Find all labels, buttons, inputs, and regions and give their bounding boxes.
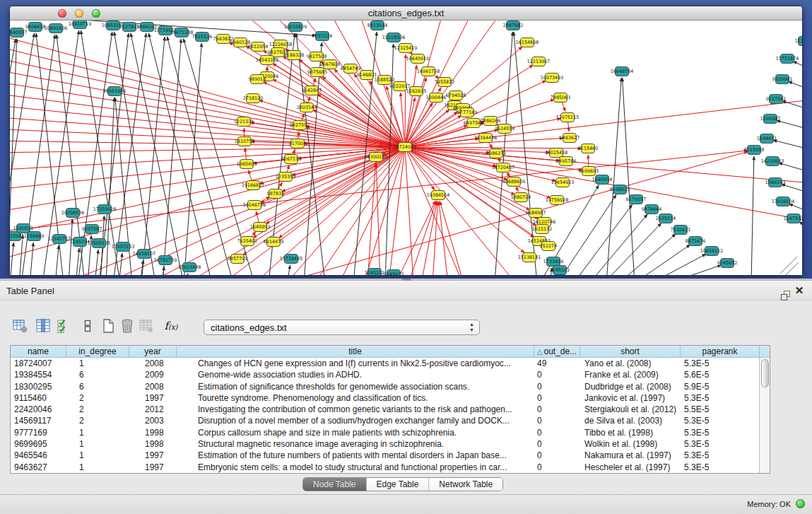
tab-network-table[interactable]: Network Table xyxy=(429,478,502,491)
column-header-title[interactable]: title xyxy=(177,346,534,358)
graph-node-8215958[interactable]: 8215958 xyxy=(744,146,764,155)
graph-node-1540557[interactable]: 1540557 xyxy=(10,28,27,37)
graph-node-2935114[interactable]: 2935114 xyxy=(656,214,676,223)
table-settings-icon[interactable] xyxy=(12,317,29,334)
graph-node-2718120[interactable]: 2718120 xyxy=(243,94,263,103)
graph-node-9857791[interactable]: 9857791 xyxy=(228,255,247,264)
graph-node-16671388[interactable]: 16671388 xyxy=(170,28,194,37)
graph-node-16782759[interactable]: 16782759 xyxy=(154,256,177,265)
graph-node-16033809[interactable]: 16033809 xyxy=(284,23,307,32)
graph-node-18640910[interactable]: 18640910 xyxy=(406,54,430,64)
graph-node-18819719[interactable]: 18819719 xyxy=(69,21,92,29)
float-panel-icon[interactable] xyxy=(774,284,788,297)
graph-node-7955812[interactable]: 7955812 xyxy=(435,78,454,87)
column-header-short[interactable]: short xyxy=(580,346,681,358)
graph-node-1167531[interactable]: 1167531 xyxy=(784,214,802,223)
graph-node-16210643[interactable]: 16210643 xyxy=(761,157,784,166)
table-row[interactable]: 911546021997Tourette syndrome. Phenomeno… xyxy=(11,392,760,404)
row-select-icon[interactable] xyxy=(55,317,72,334)
graph-node-7986372[interactable]: 7986372 xyxy=(486,149,506,158)
graph-node-9684087[interactable]: 9684087 xyxy=(526,209,546,218)
graph-node-10973493[interactable]: 10973493 xyxy=(541,74,564,83)
table-row[interactable]: 2242004622012Investigating the contribut… xyxy=(11,404,760,415)
graph-node-12325419[interactable]: 12325419 xyxy=(394,44,418,53)
graph-node-1733426[interactable]: 1733426 xyxy=(543,257,563,267)
graph-node-9495786[interactable]: 9495786 xyxy=(556,157,576,166)
graph-node-9115460[interactable]: 9115460 xyxy=(578,144,598,153)
graph-node-12923448[interactable]: 12923448 xyxy=(178,263,201,272)
stacked-rows-icon[interactable] xyxy=(79,317,96,334)
table-row[interactable]: 1830029562008Estimation of significance … xyxy=(11,381,760,392)
graph-node-1235359[interactable]: 1235359 xyxy=(276,173,295,182)
graph-node-1244411[interactable]: 1244411 xyxy=(757,134,777,144)
graph-node-16154808[interactable]: 16154808 xyxy=(516,38,539,47)
function-builder-icon[interactable]: f(x) xyxy=(160,317,182,334)
graph-node-7625402[interactable]: 7625402 xyxy=(237,237,257,246)
column-header-in_degree[interactable]: in_degree xyxy=(66,346,129,358)
table-row[interactable]: 946554611997Estimation of the future num… xyxy=(11,450,760,461)
graph-node-15138141[interactable]: 15138141 xyxy=(518,253,541,262)
graph-node-8267110[interactable]: 8267110 xyxy=(281,155,301,164)
graph-node-9699695[interactable]: 9699695 xyxy=(579,167,599,176)
graph-node-1880724[interactable]: 1880724 xyxy=(511,193,531,202)
graph-node-15716485[interactable]: 15716485 xyxy=(280,255,303,264)
graph-node-9329961[interactable]: 9329961 xyxy=(772,75,792,84)
graph-node-9474444[interactable]: 9474444 xyxy=(642,205,661,214)
graph-node-1112860[interactable]: 1112860 xyxy=(795,37,802,46)
graph-node-17359928[interactable]: 17359928 xyxy=(93,205,117,214)
graph-node-1615132[interactable]: 1615132 xyxy=(532,225,552,234)
graph-node-1965495[interactable]: 1965495 xyxy=(237,160,257,169)
graph-node-9242845[interactable]: 9242845 xyxy=(302,86,322,95)
graph-node-19218506[interactable]: 19218506 xyxy=(382,33,406,42)
graph-node-3624554[interactable]: 3624554 xyxy=(495,124,514,134)
graph-node-7857224[interactable]: 7857224 xyxy=(312,32,332,41)
graph-node-8471676[interactable]: 8471676 xyxy=(686,237,705,246)
column-header-pagerank[interactable]: pagerank xyxy=(681,346,760,358)
table-row[interactable]: 1872400712008Changes of HCN gene express… xyxy=(11,358,760,369)
delete-table-icon[interactable] xyxy=(119,317,136,334)
graph-node-12342757[interactable]: 12342757 xyxy=(48,235,71,244)
graph-node-1245102[interactable]: 1245102 xyxy=(550,266,570,275)
graph-node-8912954[interactable]: 8912954 xyxy=(248,42,268,52)
graph-node-989013[interactable]: 989013 xyxy=(249,75,266,84)
graph-node-9245613[interactable]: 9245613 xyxy=(384,270,404,276)
graph-node-20364456[interactable]: 20364456 xyxy=(474,134,498,143)
graph-nodes[interactable]: 1540557940641820891406188197191065328715… xyxy=(10,21,802,275)
graph-node-987833[interactable]: 987833 xyxy=(267,189,284,199)
column-header-name[interactable]: name xyxy=(11,346,66,358)
tab-node-table[interactable]: Node Table xyxy=(303,478,367,491)
table-row[interactable]: 1456911722003Disruption of a novel membe… xyxy=(11,415,760,426)
graph-node-16958107[interactable]: 16958107 xyxy=(133,250,156,259)
column-visibility-icon[interactable] xyxy=(35,317,52,334)
table-row[interactable]: 977716911998Corpus callosum shape and si… xyxy=(11,427,760,438)
new-table-icon[interactable] xyxy=(100,317,117,334)
graph-node-20206536[interactable]: 20206536 xyxy=(61,209,85,218)
graph-node-20053346[interactable]: 20053346 xyxy=(103,87,126,96)
graph-node-2887682[interactable]: 2887682 xyxy=(503,21,523,30)
graph-node-9406418[interactable]: 9406418 xyxy=(25,23,45,32)
graph-node-1640954[interactable]: 1640954 xyxy=(592,175,612,185)
graph-node-16543382[interactable]: 16543382 xyxy=(256,56,279,65)
graph-node-1990446[interactable]: 1990446 xyxy=(426,93,446,103)
graph-node-1045202[interactable]: 1045202 xyxy=(365,269,384,276)
table-vertical-scrollbar[interactable] xyxy=(759,358,770,473)
graph-node-6179197[interactable]: 6179197 xyxy=(626,195,646,204)
graph-node-7532621[interactable]: 7532621 xyxy=(671,226,690,235)
tab-edge-table[interactable]: Edge Table xyxy=(367,478,430,491)
graph-node-6794028[interactable]: 6794028 xyxy=(446,91,466,100)
table-row[interactable]: 969969511998Structural magnetic resonanc… xyxy=(11,438,760,450)
graph-node-7485063[interactable]: 7485063 xyxy=(551,93,570,103)
citation-network-graph[interactable]: 1540557940641820891406188197191065328715… xyxy=(10,21,802,275)
graph-node-10654112[interactable]: 10654112 xyxy=(700,247,724,256)
graph-node-8914479[interactable]: 8914479 xyxy=(264,238,283,247)
graph-node-10688609[interactable]: 10688609 xyxy=(502,177,526,187)
graph-node-16046756[interactable]: 16046756 xyxy=(243,201,266,210)
graph-node-8813034[interactable]: 8813034 xyxy=(367,21,387,30)
network-view[interactable]: 1540557940641820891406188197191065328715… xyxy=(10,21,802,275)
graph-node-19654923[interactable]: 19654923 xyxy=(551,178,575,187)
scrollbar-thumb[interactable] xyxy=(761,359,769,387)
table-selector-dropdown[interactable]: citations_edges.txt ▲▼ xyxy=(204,320,480,335)
graph-node-9245652[interactable]: 9245652 xyxy=(717,259,737,268)
graph-node-19166827[interactable]: 19166827 xyxy=(242,181,265,190)
table-row[interactable]: 1938455462009Genome-wide association stu… xyxy=(11,369,760,380)
